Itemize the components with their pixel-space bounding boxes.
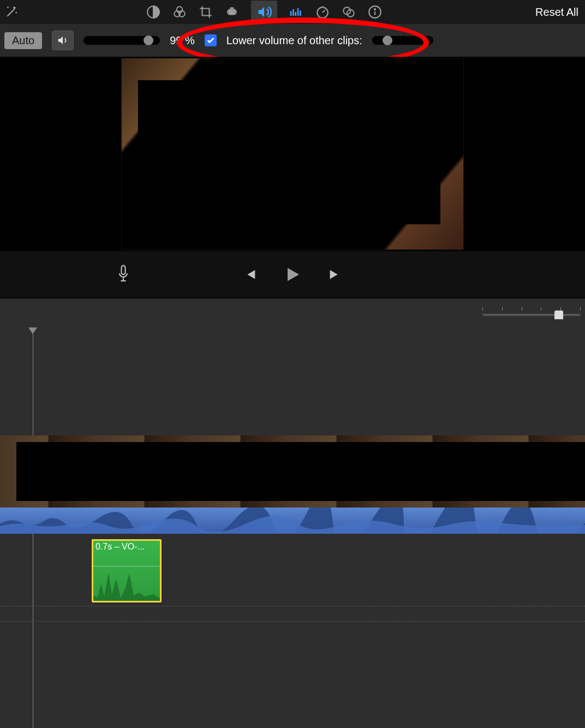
volume-tab-icon[interactable] — [251, 1, 277, 23]
next-button[interactable] — [327, 267, 343, 282]
svg-rect-6 — [227, 10, 228, 14]
lower-volume-slider[interactable] — [372, 35, 433, 45]
stabilization-icon[interactable] — [225, 5, 239, 19]
zoom-slider[interactable] — [482, 307, 581, 318]
svg-point-13 — [317, 7, 328, 18]
svg-rect-9 — [292, 9, 294, 16]
volume-percent-label: 99 % — [170, 34, 195, 47]
play-button[interactable] — [283, 265, 302, 284]
info-icon[interactable] — [368, 5, 382, 19]
voiceover-clip-label: 0.7s – VO-... — [95, 542, 158, 552]
timeline-zoom-row — [0, 298, 585, 326]
svg-point-18 — [374, 9, 375, 10]
volume-slider[interactable] — [83, 35, 160, 45]
crop-icon[interactable] — [199, 5, 213, 19]
preview-viewer — [0, 57, 585, 251]
magic-wand-icon[interactable] — [4, 5, 19, 19]
svg-rect-8 — [290, 11, 292, 16]
clip-filter-icon[interactable] — [342, 5, 356, 19]
timeline[interactable]: 0.7s – VO-... — [0, 326, 585, 728]
volume-controls-row: Auto 99 % Lower volume of other clips: — [0, 24, 585, 57]
adjustments-toolbar: Reset All — [0, 0, 585, 24]
svg-rect-12 — [300, 10, 301, 16]
svg-rect-7 — [236, 10, 237, 14]
video-track[interactable] — [0, 435, 585, 508]
svg-rect-4 — [229, 9, 236, 15]
svg-rect-10 — [295, 12, 296, 16]
preview-frame — [121, 58, 464, 250]
speed-icon[interactable] — [315, 5, 330, 19]
playback-controls — [0, 251, 585, 298]
lower-volume-checkbox[interactable] — [205, 34, 217, 46]
fullscreen-icon[interactable] — [444, 267, 458, 282]
color-balance-icon[interactable] — [146, 5, 160, 19]
lower-volume-label: Lower volume of other clips: — [226, 34, 362, 47]
svg-rect-11 — [297, 8, 299, 16]
svg-rect-19 — [122, 266, 126, 275]
voiceover-clip[interactable]: 0.7s – VO-... — [92, 539, 162, 602]
color-correction-icon[interactable] — [172, 5, 187, 19]
audio-waveform-track[interactable] — [0, 508, 585, 534]
previous-button[interactable] — [242, 267, 258, 282]
mute-button[interactable] — [52, 31, 74, 50]
noise-reduction-icon[interactable] — [289, 5, 303, 19]
track-divider — [0, 606, 585, 606]
svg-rect-5 — [230, 7, 234, 9]
reset-all-button[interactable]: Reset All — [535, 6, 581, 19]
auto-button[interactable]: Auto — [4, 32, 42, 49]
track-divider — [0, 621, 585, 622]
microphone-icon[interactable] — [116, 264, 131, 285]
